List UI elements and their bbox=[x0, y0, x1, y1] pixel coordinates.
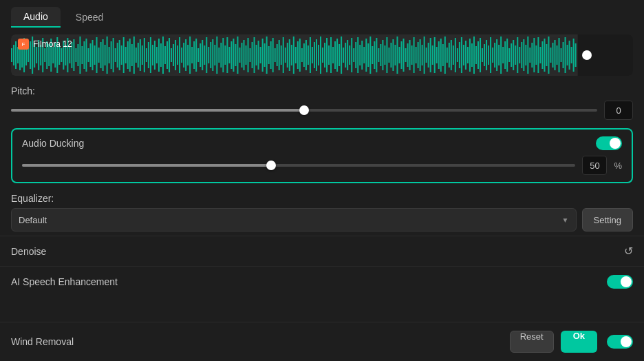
svg-rect-230 bbox=[488, 45, 489, 65]
reset-button[interactable]: Reset bbox=[510, 331, 554, 353]
svg-rect-267 bbox=[565, 37, 566, 73]
equalizer-selected: Default bbox=[19, 215, 47, 225]
wind-removal-label: Wind Removal bbox=[11, 336, 74, 347]
equalizer-setting-button[interactable]: Setting bbox=[582, 208, 633, 231]
svg-rect-94 bbox=[206, 37, 207, 73]
denoise-label: Denoise bbox=[11, 246, 46, 257]
svg-rect-153 bbox=[328, 45, 330, 65]
svg-rect-38 bbox=[90, 43, 92, 67]
svg-rect-48 bbox=[111, 41, 112, 69]
svg-rect-95 bbox=[208, 47, 209, 63]
svg-rect-171 bbox=[365, 39, 367, 72]
svg-rect-272 bbox=[575, 43, 577, 67]
ducking-value[interactable]: 50 bbox=[582, 156, 607, 175]
ducking-slider[interactable] bbox=[22, 164, 575, 167]
svg-rect-244 bbox=[517, 37, 518, 73]
svg-rect-49 bbox=[113, 38, 114, 72]
svg-rect-249 bbox=[527, 37, 528, 74]
pitch-section: Pitch: 0 bbox=[0, 81, 644, 124]
svg-rect-258 bbox=[546, 44, 547, 66]
svg-rect-53 bbox=[121, 45, 122, 65]
svg-rect-135 bbox=[291, 45, 292, 65]
svg-rect-261 bbox=[552, 43, 553, 68]
svg-rect-42 bbox=[98, 48, 100, 63]
svg-rect-270 bbox=[571, 47, 572, 63]
ai-speech-toggle[interactable] bbox=[607, 275, 633, 289]
svg-rect-61 bbox=[138, 43, 139, 68]
svg-rect-239 bbox=[506, 39, 508, 72]
waveform-container: F Filmora 12 // This won't run inside SV… bbox=[11, 34, 633, 76]
svg-rect-257 bbox=[544, 39, 545, 72]
svg-rect-269 bbox=[569, 41, 570, 70]
svg-rect-235 bbox=[498, 45, 500, 65]
svg-rect-146 bbox=[314, 42, 315, 68]
waveform-playhead[interactable] bbox=[582, 50, 592, 60]
svg-rect-224 bbox=[475, 46, 477, 64]
svg-rect-206 bbox=[438, 41, 440, 69]
ducking-toggle-knob bbox=[610, 138, 621, 149]
svg-rect-72 bbox=[160, 43, 162, 67]
wind-removal-toggle[interactable] bbox=[607, 335, 633, 349]
pitch-label: Pitch: bbox=[11, 85, 633, 96]
svg-rect-154 bbox=[330, 37, 332, 73]
svg-rect-30 bbox=[73, 39, 74, 71]
svg-rect-118 bbox=[256, 45, 257, 65]
svg-rect-233 bbox=[494, 43, 495, 68]
svg-rect-115 bbox=[250, 48, 251, 62]
ducking-toggle[interactable] bbox=[596, 136, 622, 150]
svg-rect-31 bbox=[75, 48, 76, 62]
svg-rect-64 bbox=[144, 38, 145, 72]
svg-rect-134 bbox=[289, 39, 290, 71]
svg-rect-45 bbox=[105, 45, 106, 65]
wind-removal-row: Wind Removal Reset Ok bbox=[0, 322, 644, 361]
svg-rect-122 bbox=[264, 43, 266, 67]
ok-button[interactable]: Ok bbox=[561, 331, 597, 353]
tab-audio[interactable]: Audio bbox=[11, 7, 61, 28]
svg-rect-39 bbox=[92, 40, 94, 70]
svg-rect-156 bbox=[334, 41, 336, 69]
equalizer-dropdown[interactable]: Default ▼ bbox=[11, 208, 577, 231]
svg-rect-192 bbox=[409, 40, 411, 70]
tab-speed[interactable]: Speed bbox=[63, 7, 116, 28]
svg-rect-220 bbox=[467, 47, 469, 63]
svg-rect-131 bbox=[283, 37, 284, 73]
svg-rect-35 bbox=[83, 41, 85, 69]
svg-rect-117 bbox=[254, 37, 255, 73]
svg-rect-50 bbox=[115, 48, 116, 62]
svg-rect-110 bbox=[239, 48, 240, 63]
svg-rect-202 bbox=[430, 38, 431, 72]
equalizer-section: Equalizer: Default ▼ Setting bbox=[0, 187, 644, 236]
svg-rect-160 bbox=[343, 48, 344, 63]
tab-bar: Audio Speed bbox=[0, 0, 644, 28]
svg-rect-197 bbox=[420, 39, 421, 71]
svg-rect-75 bbox=[167, 41, 168, 69]
svg-rect-124 bbox=[268, 46, 270, 64]
svg-rect-191 bbox=[407, 43, 409, 67]
svg-rect-225 bbox=[477, 41, 479, 69]
svg-rect-170 bbox=[363, 47, 365, 63]
svg-rect-90 bbox=[197, 48, 199, 62]
svg-rect-84 bbox=[185, 39, 186, 71]
svg-rect-144 bbox=[310, 37, 311, 73]
svg-rect-109 bbox=[237, 37, 238, 74]
svg-rect-247 bbox=[523, 39, 524, 71]
svg-rect-227 bbox=[482, 48, 483, 62]
svg-rect-165 bbox=[353, 48, 354, 62]
svg-rect-60 bbox=[136, 48, 137, 63]
svg-rect-209 bbox=[444, 37, 446, 74]
svg-rect-243 bbox=[515, 45, 516, 65]
svg-rect-106 bbox=[230, 41, 232, 69]
svg-rect-268 bbox=[567, 45, 568, 65]
svg-rect-158 bbox=[339, 44, 340, 66]
svg-rect-147 bbox=[316, 39, 317, 71]
pitch-slider[interactable] bbox=[11, 109, 597, 112]
svg-rect-250 bbox=[529, 48, 530, 63]
svg-rect-43 bbox=[100, 42, 102, 68]
pitch-value[interactable]: 0 bbox=[604, 101, 633, 120]
svg-rect-199 bbox=[424, 37, 425, 74]
svg-rect-99 bbox=[216, 37, 217, 74]
svg-rect-262 bbox=[554, 40, 555, 70]
svg-rect-104 bbox=[226, 37, 228, 73]
refresh-icon[interactable]: ↺ bbox=[624, 245, 633, 258]
svg-rect-126 bbox=[272, 38, 274, 72]
